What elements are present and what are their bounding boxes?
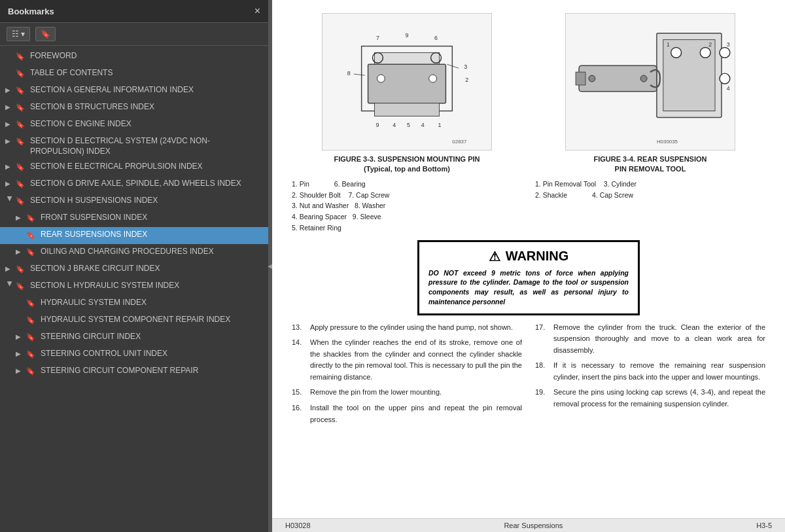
step-14-num: 14.: [292, 337, 306, 349]
bookmark-item-hydraulic-system[interactable]: 🔖HYDRAULIC SYSTEM INDEX: [0, 295, 268, 312]
svg-point-26: [700, 48, 710, 58]
step-15-num: 15.: [292, 387, 306, 399]
step-19: 19. Secure the pins using locking cap sc…: [535, 387, 765, 410]
bookmark-item-steering-circuit-repair[interactable]: ▶🔖STEERING CIRCUIT COMPONENT REPAIR: [0, 363, 268, 380]
step-16-num: 16.: [292, 402, 306, 414]
bookmark-label: REAR SUSPENSIONS INDEX: [41, 230, 263, 240]
svg-point-30: [720, 73, 730, 84]
bookmark-label: SECTION H SUSPENSIONS INDEX: [30, 196, 263, 206]
bookmark-icon: 🔖: [16, 137, 26, 146]
bookmark-label: TABLE OF CONTENTS: [30, 68, 263, 79]
bookmark-icon: 🔖: [26, 247, 37, 257]
bookmark-item-steering-circuit[interactable]: ▶🔖STEERING CIRCUIT INDEX: [0, 329, 268, 346]
svg-rect-10: [374, 103, 439, 116]
bookmark-icon: 🔖: [16, 69, 26, 78]
bookmark-label: HYDRAULIC SYSTEM INDEX: [41, 298, 263, 308]
bookmark-item-section-b[interactable]: ▶🔖SECTION B STRUCTURES INDEX: [0, 99, 268, 116]
svg-point-8: [377, 75, 385, 82]
bookmark-icon: 🔖: [26, 349, 37, 359]
chevron-icon: ▶: [5, 264, 14, 273]
figure-3-3-block: 7 6 9 8 3: [292, 13, 522, 234]
chevron-icon: ▶: [5, 162, 14, 171]
sidebar-close-button[interactable]: ×: [254, 5, 260, 17]
svg-text:02837: 02837: [452, 139, 466, 145]
step-16-text: Install the tool on the upper pins and r…: [310, 402, 522, 425]
svg-point-28: [720, 48, 730, 58]
bookmark-label: SECTION G DRIVE AXLE, SPINDLE, AND WHEEL…: [30, 179, 263, 189]
svg-point-34: [589, 75, 595, 82]
step-13-num: 13.: [292, 322, 306, 334]
bookmark-item-section-e[interactable]: ▶🔖SECTION E ELECTRICAL PROPULSION INDEX: [0, 159, 268, 176]
svg-text:6: 6: [434, 35, 438, 41]
bookmark-icon: 🔖: [16, 52, 26, 61]
chevron-icon: ▶: [16, 213, 25, 222]
bookmark-item-rear-suspension[interactable]: 🔖REAR SUSPENSIONS INDEX: [0, 227, 268, 244]
svg-text:1: 1: [667, 41, 670, 48]
bookmark-item-toc[interactable]: 🔖TABLE OF CONTENTS: [0, 65, 268, 82]
figure-3-3-legend: 1. Pin 6. Bearing 2. Shoulder Bolt 7. Ca…: [292, 179, 522, 234]
figure-3-3-caption: FIGURE 3-3. SUSPENSION MOUNTING PIN(Typi…: [334, 154, 480, 175]
chevron-icon: ▶: [5, 120, 14, 128]
bookmark-item-oiling[interactable]: ▶🔖OILING AND CHARGING PROCEDURES INDEX: [0, 244, 268, 261]
step-17-num: 17.: [535, 322, 550, 334]
bookmark-label: SECTION C ENGINE INDEX: [30, 119, 263, 130]
bookmark-label: FRONT SUSPENSION INDEX: [41, 213, 263, 223]
step-18-num: 18.: [535, 360, 550, 372]
bookmark-item-section-a[interactable]: ▶🔖SECTION A GENERAL INFORMATION INDEX: [0, 82, 268, 99]
bookmark-label: STEERING CONTROL UNIT INDEX: [41, 349, 263, 359]
svg-point-35: [640, 75, 647, 82]
bookmark-label: HYDRAULIC SYSTEM COMPONENT REPAIR INDEX: [41, 315, 263, 325]
svg-text:5: 5: [407, 122, 410, 128]
bookmark-item-front-suspension[interactable]: ▶🔖FRONT SUSPENSION INDEX: [0, 210, 268, 227]
steps-left: 13. Apply pressure to the cylinder using…: [292, 322, 522, 430]
chevron-icon: ▶: [16, 247, 25, 256]
bookmark-icon: 🔖: [16, 162, 26, 171]
sidebar-header: Bookmarks ×: [0, 0, 268, 23]
bookmark-label: OILING AND CHARGING PROCEDURES INDEX: [41, 247, 263, 257]
svg-text:4: 4: [421, 122, 425, 128]
step-17: 17. Remove the cylinder from the truck. …: [535, 322, 765, 357]
bookmark-label: SECTION L HYDRAULIC SYSTEM INDEX: [30, 281, 263, 291]
bookmark-icon: 🔖: [16, 264, 26, 274]
svg-text:7: 7: [376, 35, 379, 41]
bookmark-item-section-g[interactable]: ▶🔖SECTION G DRIVE AXLE, SPINDLE, AND WHE…: [0, 176, 268, 193]
step-13: 13. Apply pressure to the cylinder using…: [292, 322, 522, 334]
figure-3-3-svg: 7 6 9 8 3: [323, 14, 491, 150]
bookmark-icon: 🔖: [16, 196, 26, 205]
bookmark-view-toggle[interactable]: ☷ ▾: [7, 27, 30, 41]
bookmark-item-steering-control[interactable]: ▶🔖STEERING CONTROL UNIT INDEX: [0, 346, 268, 363]
bookmark-item-section-c[interactable]: ▶🔖SECTION C ENGINE INDEX: [0, 116, 268, 133]
bookmark-item-section-d[interactable]: ▶🔖SECTION D ELECTRICAL SYSTEM (24VDC NON…: [0, 133, 268, 159]
bookmark-icon: 🔖: [16, 86, 26, 95]
bookmark-icon: 🔖: [26, 213, 37, 222]
bookmark-item-section-j[interactable]: ▶🔖SECTION J BRAKE CIRCUIT INDEX: [0, 261, 268, 278]
chevron-icon: ▶: [16, 366, 25, 375]
bookmark-item-hydraulic-component[interactable]: 🔖HYDRAULIC SYSTEM COMPONENT REPAIR INDEX: [0, 312, 268, 329]
warning-title: WARNING: [506, 249, 569, 264]
step-15-text: Remove the pin from the lower mounting.: [310, 387, 522, 399]
warning-text: DO NOT exceed 9 metric tons of force whe…: [428, 268, 629, 307]
bookmark-label: SECTION J BRAKE CIRCUIT INDEX: [30, 264, 263, 274]
content-area: 7 6 9 8 3: [272, 0, 785, 532]
step-15: 15. Remove the pin from the lower mounti…: [292, 387, 522, 399]
footer-left: H03028: [285, 522, 311, 529]
bookmark-icon: 🔖: [26, 332, 37, 342]
chevron-icon: ▶: [5, 179, 14, 188]
bookmark-item-section-l[interactable]: ▶🔖SECTION L HYDRAULIC SYSTEM INDEX: [0, 278, 268, 295]
content-scroll: 7 6 9 8 3: [272, 0, 785, 518]
chevron-icon: ▶: [5, 103, 14, 111]
bookmark-icon: 🔖: [26, 298, 37, 308]
step-13-text: Apply pressure to the cylinder using the…: [310, 322, 522, 334]
warning-header: ⚠ WARNING: [428, 249, 629, 264]
step-19-text: Secure the pins using locking cap screws…: [553, 387, 765, 410]
bookmark-list: 🔖FOREWORD🔖TABLE OF CONTENTS▶🔖SECTION A G…: [0, 46, 268, 532]
bookmark-label: SECTION E ELECTRICAL PROPULSION INDEX: [30, 162, 263, 172]
footer-right: H3-5: [756, 522, 772, 529]
step-14: 14. When the cylinder reaches the end of…: [292, 337, 522, 383]
steps-13-16: 13. Apply pressure to the cylinder using…: [292, 322, 522, 426]
bookmark-item-section-h[interactable]: ▶🔖SECTION H SUSPENSIONS INDEX: [0, 193, 268, 210]
bookmark-item-foreword[interactable]: 🔖FOREWORD: [0, 48, 268, 65]
figure-3-4-svg: 1 2 3 4: [566, 14, 735, 150]
bookmark-expand-button[interactable]: 🔖: [35, 27, 56, 41]
content-footer: H03028 Rear Suspensions H3-5: [272, 518, 785, 532]
